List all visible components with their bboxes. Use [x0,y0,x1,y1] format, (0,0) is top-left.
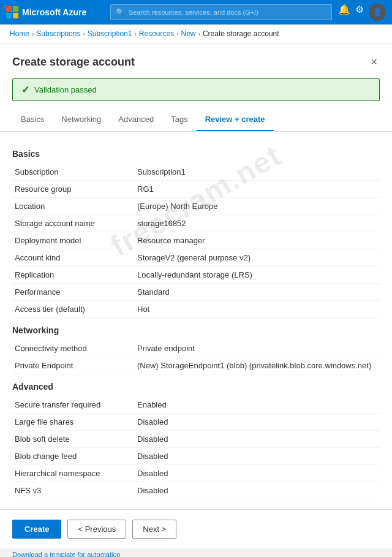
table-row: Performance Standard [12,284,380,301]
footer: Create < Previous Next > [0,509,392,548]
breadcrumb-sep-4: › [176,31,178,37]
table-row: Resource group RG1 [12,181,380,198]
review-content: Basics Subscription Subscription1 Resour… [0,132,392,509]
check-icon: ✓ [21,84,29,96]
user-avatar[interactable]: 👤 [369,4,386,21]
table-row: Storage account name storage16852 [12,215,380,232]
breadcrumb-sep-5: › [198,31,200,37]
label-hierarchical-namespace: Hierarchical namespace [12,465,135,482]
breadcrumb-subscriptions[interactable]: Subscriptions [36,29,80,38]
table-row: Access tier (default) Hot [12,301,380,318]
topbar: Microsoft Azure 🔍 Search resources, serv… [0,0,392,25]
basics-section-title: Basics [12,149,380,159]
value-blob-change-feed: Disabled [135,448,380,465]
tabs-container: Basics Networking Advanced Tags Review +… [0,108,392,132]
value-replication: Locally-redundant storage (LRS) [135,267,380,284]
value-hierarchical-namespace: Disabled [135,465,380,482]
table-row: Location (Europe) North Europe [12,198,380,215]
table-row: Replication Locally-redundant storage (L… [12,267,380,284]
label-storage-account-name: Storage account name [12,215,135,232]
value-performance: Standard [135,284,380,301]
previous-button[interactable]: < Previous [67,520,126,539]
search-icon: 🔍 [116,8,125,17]
search-placeholder: Search resources, services, and docs (G+… [129,9,258,16]
breadcrumb-resources[interactable]: Resources [139,29,174,38]
table-row: Secure transfer required Enabled [12,396,380,414]
page-title: Create storage account [12,56,135,69]
tab-basics[interactable]: Basics [12,108,53,131]
value-deployment-model: Resource manager [135,232,380,249]
label-deployment-model: Deployment model [12,232,135,249]
label-subscription: Subscription [12,164,135,181]
tab-review-create[interactable]: Review + create [197,108,274,131]
label-private-endpoint: Private Endpoint [12,357,135,374]
brand-logo: Microsoft Azure [6,6,104,18]
breadcrumb-sep-3: › [134,31,136,37]
breadcrumb-subscription1[interactable]: Subscription1 [88,29,132,38]
advanced-section-title: Advanced [12,382,380,392]
value-large-file-shares: Disabled [135,414,380,431]
search-bar[interactable]: 🔍 Search resources, services, and docs (… [110,4,332,20]
table-row: Connectivity method Private endpoint [12,340,380,357]
value-nfs-v3: Disabled [135,482,380,499]
value-resource-group: RG1 [135,181,380,198]
table-row: Deployment model Resource manager [12,232,380,249]
tab-tags[interactable]: Tags [162,108,196,131]
basics-table: Subscription Subscription1 Resource grou… [12,164,380,318]
next-button[interactable]: Next > [132,520,176,539]
breadcrumb-new[interactable]: New [181,29,196,38]
table-row: Subscription Subscription1 [12,164,380,181]
advanced-table: Secure transfer required Enabled Large f… [12,396,380,499]
label-account-kind: Account kind [12,249,135,267]
table-row: Account kind StorageV2 (general purpose … [12,249,380,267]
validation-message: Validation passed [34,85,97,94]
create-button[interactable]: Create [12,520,61,539]
label-performance: Performance [12,284,135,301]
tab-advanced[interactable]: Advanced [110,108,162,131]
table-row: NFS v3 Disabled [12,482,380,499]
label-blob-soft-delete: Blob soft delete [12,431,135,448]
main-panel: Create storage account × ✓ Validation pa… [0,44,392,557]
label-access-tier: Access tier (default) [12,301,135,318]
breadcrumb-current: Create storage account [203,29,279,38]
label-nfs-v3: NFS v3 [12,482,135,499]
label-connectivity-method: Connectivity method [12,340,135,357]
table-row: Blob soft delete Disabled [12,431,380,448]
notifications-icon[interactable]: 🔔 [338,4,350,21]
table-row: Blob change feed Disabled [12,448,380,465]
networking-table: Connectivity method Private endpoint Pri… [12,340,380,374]
tab-networking[interactable]: Networking [53,108,110,131]
breadcrumb-sep-1: › [32,31,34,37]
value-storage-account-name: storage16852 [135,215,380,232]
networking-section-title: Networking [12,325,380,335]
value-subscription: Subscription1 [135,164,380,181]
value-blob-soft-delete: Disabled [135,431,380,448]
label-resource-group: Resource group [12,181,135,198]
label-secure-transfer: Secure transfer required [12,396,135,414]
table-row: Hierarchical namespace Disabled [12,465,380,482]
breadcrumb: Home › Subscriptions › Subscription1 › R… [0,25,392,44]
label-blob-change-feed: Blob change feed [12,448,135,465]
value-access-tier: Hot [135,301,380,318]
microsoft-logo-icon [6,6,18,18]
automation-link-text: Download a template for automation [12,551,121,557]
topbar-icons: 🔔 ⚙ 👤 [338,4,386,21]
breadcrumb-sep-2: › [83,31,85,37]
value-location: (Europe) North Europe [135,198,380,215]
label-location: Location [12,198,135,215]
table-row: Private Endpoint (New) StorageEndpoint1 … [12,357,380,374]
automation-link[interactable]: Download a template for automation [0,548,392,557]
breadcrumb-home[interactable]: Home [10,29,29,38]
label-replication: Replication [12,267,135,284]
brand-name: Microsoft Azure [22,7,86,17]
table-row: Large file shares Disabled [12,414,380,431]
close-button[interactable]: × [368,53,380,71]
value-private-endpoint: (New) StorageEndpoint1 (blob) (privateli… [135,357,380,374]
label-large-file-shares: Large file shares [12,414,135,431]
value-secure-transfer: Enabled [135,396,380,414]
value-account-kind: StorageV2 (general purpose v2) [135,249,380,267]
validation-banner: ✓ Validation passed [12,78,380,101]
panel-header: Create storage account × [0,44,392,71]
settings-icon[interactable]: ⚙ [355,4,364,21]
value-connectivity-method: Private endpoint [135,340,380,357]
